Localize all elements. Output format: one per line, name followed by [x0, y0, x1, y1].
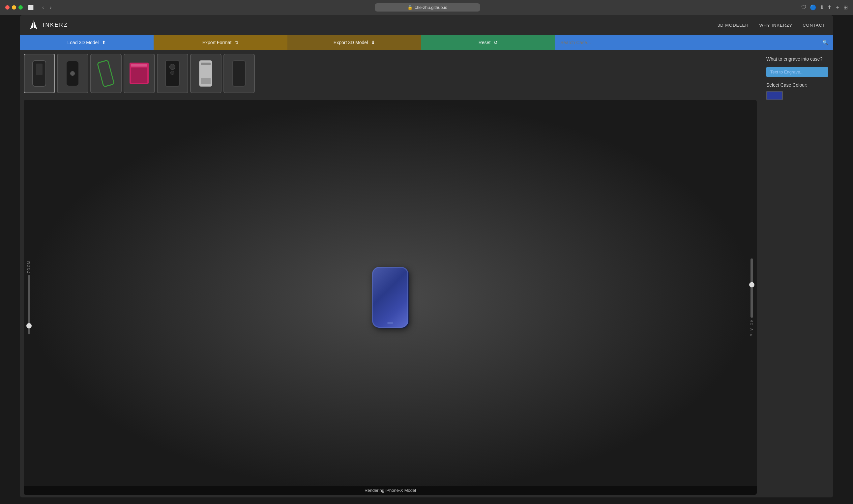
- reset-label: Reset: [479, 40, 491, 45]
- main-viewport: ZOOM ROTATE Rendering iPhone-X Mode: [20, 50, 761, 498]
- browser-actions: 🛡 🔵 ⬇ ⬆ ＋ ⊞: [801, 4, 848, 11]
- case-thumb-2[interactable]: [57, 54, 88, 93]
- export-format-button[interactable]: Export Format ⇅: [154, 35, 287, 50]
- case-thumb-img-2: [61, 58, 85, 89]
- colour-label: Select Case Colour:: [766, 82, 828, 88]
- viewer-status-text: Rendering iPhone-X Model: [365, 488, 416, 493]
- minimize-button[interactable]: [12, 5, 16, 10]
- sidebar-toggle-icon[interactable]: ⬜: [28, 5, 34, 10]
- zoom-label: ZOOM: [27, 260, 31, 273]
- download-icon: ⬇: [371, 40, 375, 45]
- case-thumb-img-7: [227, 58, 251, 89]
- app-window: INKERZ 3D MODELER WHY INKERZ? CONTACT Lo…: [20, 15, 833, 498]
- nav-link-3d-modeler[interactable]: 3D MODELER: [717, 23, 749, 28]
- logo-area: INKERZ: [28, 19, 68, 31]
- content-area: ZOOM ROTATE Rendering iPhone-X Mode: [20, 50, 833, 498]
- shield-icon: 🛡: [801, 5, 806, 11]
- lock-icon: 🔒: [407, 5, 413, 10]
- search-icon: 🔍: [822, 40, 828, 45]
- download-icon[interactable]: ⬇: [820, 4, 824, 11]
- reset-button[interactable]: Reset ↺: [421, 35, 555, 50]
- zoom-slider-area: ZOOM: [27, 260, 31, 334]
- nav-links: 3D MODELER WHY INKERZ? CONTACT: [717, 23, 825, 28]
- load-3d-model-button[interactable]: Load 3D Model ⬆: [20, 35, 154, 50]
- case-thumb-6[interactable]: [190, 54, 221, 93]
- case-thumb-3[interactable]: [90, 54, 122, 93]
- url-text: che-zhu.github.io: [415, 5, 447, 10]
- case-thumb-img-1: [28, 58, 51, 89]
- colour-swatch[interactable]: [766, 91, 783, 100]
- rotate-slider-area: ROTATE: [750, 258, 753, 336]
- traffic-lights: [5, 5, 23, 10]
- logo-icon: [28, 19, 39, 31]
- bitwarden-icon: 🔵: [810, 4, 816, 11]
- side-panel: What to engrave into case? Select Case C…: [761, 50, 833, 498]
- reset-icon: ↺: [494, 40, 498, 45]
- export-format-label: Export Format: [202, 40, 232, 45]
- case-thumb-7[interactable]: [224, 54, 255, 93]
- upload-icon: ⬆: [102, 40, 106, 45]
- browser-nav-controls: ‹ ›: [40, 4, 54, 11]
- engrave-label: What to engrave into case?: [766, 56, 828, 61]
- maximize-button[interactable]: [18, 5, 23, 10]
- engrave-input[interactable]: [766, 67, 828, 77]
- browser-chrome: ⬜ ‹ › 🔒 che-zhu.github.io 🛡 🔵 ⬇ ⬆ ＋ ⊞: [0, 0, 853, 15]
- search-bar[interactable]: 🔍: [555, 35, 833, 50]
- address-bar[interactable]: 🔒 che-zhu.github.io: [375, 3, 480, 12]
- back-button[interactable]: ‹: [40, 4, 46, 11]
- search-input[interactable]: [560, 40, 819, 45]
- case-thumb-4[interactable]: [124, 54, 155, 93]
- case-thumb-img-3: [90, 56, 121, 91]
- share-icon[interactable]: ⬆: [827, 4, 832, 11]
- new-tab-icon[interactable]: ＋: [835, 4, 840, 11]
- case-thumb-1[interactable]: [24, 54, 55, 93]
- logo-text: INKERZ: [43, 22, 68, 28]
- nav-link-why-inkerz[interactable]: WHY INKERZ?: [759, 23, 792, 28]
- rotate-label: ROTATE: [750, 320, 753, 336]
- dropdown-icon: ⇅: [235, 40, 238, 45]
- tab-grid-icon[interactable]: ⊞: [843, 4, 848, 11]
- forward-button[interactable]: ›: [48, 4, 53, 11]
- zoom-slider-track[interactable]: [28, 275, 30, 334]
- 3d-viewer[interactable]: ZOOM ROTATE Rendering iPhone-X Mode: [24, 100, 757, 495]
- case-thumb-img-4: [127, 58, 151, 89]
- nav-link-contact[interactable]: CONTACT: [803, 23, 825, 28]
- toolbar: Load 3D Model ⬆ Export Format ⇅ Export 3…: [20, 35, 833, 50]
- nav-bar: INKERZ 3D MODELER WHY INKERZ? CONTACT: [20, 15, 833, 35]
- export-3d-label: Export 3D Model: [334, 40, 368, 45]
- zoom-slider-thumb[interactable]: [26, 323, 32, 328]
- address-bar-container: 🔒 che-zhu.github.io: [58, 3, 797, 12]
- phone-case-3d-model: [372, 267, 408, 328]
- close-button[interactable]: [5, 5, 10, 10]
- rotate-slider-track[interactable]: [750, 258, 753, 318]
- case-thumbnails: [20, 50, 761, 97]
- colour-picker-area: Select Case Colour:: [766, 82, 828, 100]
- load-label: Load 3D Model: [68, 40, 99, 45]
- viewer-status: Rendering iPhone-X Model: [24, 486, 757, 495]
- export-3d-model-button[interactable]: Export 3D Model ⬇: [287, 35, 421, 50]
- case-thumb-5[interactable]: [157, 54, 188, 93]
- case-thumb-img-6: [194, 58, 218, 89]
- rotate-slider-thumb[interactable]: [749, 282, 754, 287]
- case-thumb-img-5: [161, 58, 184, 89]
